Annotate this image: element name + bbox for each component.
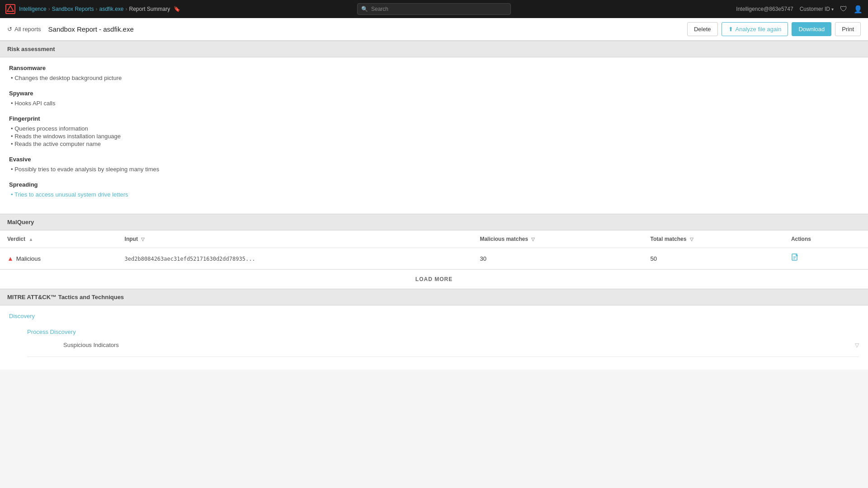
topbar-right: Intelligence@863e5747 Customer ID ▾ 🛡 👤 (736, 5, 863, 14)
col-verdict[interactable]: Verdict ▲ (0, 230, 118, 248)
risk-spyware: Spyware Hooks API calls (9, 90, 859, 107)
col-total-sort-icon: ▽ (690, 237, 693, 242)
mitre-process-discovery-link[interactable]: Process Discovery (27, 328, 76, 335)
risk-evasive-title: Evasive (9, 156, 859, 163)
risk-spreading: Spreading Tries to access unusual system… (9, 181, 859, 198)
logo-icon (5, 4, 15, 14)
col-malicious-matches-label: Malicious matches (480, 236, 528, 242)
col-verdict-label: Verdict (7, 236, 25, 242)
mitre-expand-icon[interactable]: ▽ (855, 342, 859, 348)
risk-assessment-header: Risk assessment (0, 41, 868, 57)
subheader-actions: Delete ⬆ Analyze file again Download Pri… (687, 22, 861, 36)
mitre-discovery: Discovery Process Discovery Suspicious I… (9, 313, 859, 357)
risk-ransomware-item-1: Changes the desktop background picture (11, 74, 859, 82)
malquery-header: MalQuery (0, 214, 868, 230)
risk-spreading-title: Spreading (9, 181, 859, 188)
col-input-label: Input (125, 236, 138, 242)
cell-verdict: ▲ Malicious (0, 248, 118, 269)
table-header-row: Verdict ▲ Input ▽ Malicious matches ▽ To… (0, 230, 868, 248)
breadcrumb-current: Report Summary (129, 6, 170, 12)
breadcrumb-sep-2: › (95, 6, 97, 12)
print-button[interactable]: Print (835, 22, 861, 36)
col-total-matches-label: Total matches (651, 236, 687, 242)
shield-icon[interactable]: 🛡 (840, 5, 847, 13)
customer-id-label: Customer ID (800, 6, 830, 12)
cell-malicious-matches: 30 (472, 248, 643, 269)
col-malicious-matches[interactable]: Malicious matches ▽ (472, 230, 643, 248)
hash-value: 3ed2b8084263aec31efd52171630d2dd78935... (125, 256, 255, 262)
upload-icon: ⬆ (728, 26, 733, 33)
cell-input: 3ed2b8084263aec31efd52171630d2dd78935... (118, 248, 473, 269)
breadcrumb: Intelligence › Sandbox Reports › asdfik.… (19, 6, 180, 12)
breadcrumb-file[interactable]: asdfik.exe (99, 6, 123, 12)
cell-total-matches: 50 (643, 248, 784, 269)
risk-fingerprint: Fingerprint Queries process information … (9, 115, 859, 148)
col-verdict-sort-icon: ▲ (28, 237, 33, 242)
risk-spyware-item-1: Hooks API calls (11, 99, 859, 107)
mitre-sub-item-process-discovery: Process Discovery Suspicious Indicators … (27, 324, 859, 357)
delete-button[interactable]: Delete (687, 22, 718, 36)
malquery-table: Verdict ▲ Input ▽ Malicious matches ▽ To… (0, 230, 868, 269)
subheader: ↺ All reports Sandbox Report - asdfik.ex… (0, 18, 868, 41)
risk-spreading-item-1: Tries to access unusual system drive let… (11, 191, 859, 198)
page-title: Sandbox Report - asdfik.exe (48, 25, 134, 33)
customer-id[interactable]: Customer ID ▾ (800, 6, 834, 12)
user-icon[interactable]: 👤 (854, 5, 863, 14)
mitre-suspicious-indicators-row: Suspicious Indicators ▽ (63, 338, 859, 352)
risk-ransomware: Ransomware Changes the desktop backgroun… (9, 65, 859, 82)
analyze-label: Analyze file again (736, 26, 782, 33)
breadcrumb-sandbox-reports[interactable]: Sandbox Reports (52, 6, 94, 12)
search-icon: 🔍 (361, 6, 368, 12)
risk-ransomware-title: Ransomware (9, 65, 859, 71)
back-arrow-icon: ↺ (7, 26, 12, 33)
mitre-discovery-link[interactable]: Discovery (9, 313, 35, 319)
malicious-badge: ▲ Malicious (7, 255, 110, 262)
download-button[interactable]: Download (792, 22, 831, 36)
mitre-suspicious-indicators-text: Suspicious Indicators (63, 342, 119, 348)
risk-evasive: Evasive Possibly tries to evade analysis… (9, 156, 859, 173)
risk-assessment-content: Ransomware Changes the desktop backgroun… (0, 57, 868, 214)
bookmark-icon[interactable]: 🔖 (174, 6, 180, 12)
risk-fingerprint-item-1: Queries process information (11, 125, 859, 132)
mitre-sub: Process Discovery Suspicious Indicators … (9, 324, 859, 357)
warning-triangle-icon: ▲ (7, 255, 14, 262)
topbar: Intelligence › Sandbox Reports › asdfik.… (0, 0, 868, 18)
mitre-content: Discovery Process Discovery Suspicious I… (0, 305, 868, 370)
breadcrumb-sep-1: › (48, 6, 50, 12)
malquery-table-container: Verdict ▲ Input ▽ Malicious matches ▽ To… (0, 230, 868, 289)
risk-spyware-title: Spyware (9, 90, 859, 97)
back-label: All reports (14, 26, 41, 33)
risk-fingerprint-item-2: Reads the windows installation language (11, 132, 859, 140)
col-input-sort-icon: ▽ (141, 237, 145, 242)
mitre-header: MITRE ATT&CK™ Tactics and Techniques (0, 289, 868, 305)
customer-id-chevron: ▾ (831, 7, 834, 12)
back-button[interactable]: ↺ All reports (7, 26, 41, 33)
search-input[interactable] (357, 3, 511, 15)
view-report-icon[interactable] (791, 255, 799, 263)
risk-fingerprint-title: Fingerprint (9, 115, 859, 122)
col-actions-label: Actions (791, 236, 811, 242)
table-row: ▲ Malicious 3ed2b8084263aec31efd52171630… (0, 248, 868, 269)
breadcrumb-sep-3: › (125, 6, 127, 12)
breadcrumb-intelligence[interactable]: Intelligence (19, 6, 47, 12)
cell-actions (784, 248, 868, 269)
logo (5, 4, 15, 14)
verdict-value: Malicious (16, 255, 41, 262)
search-bar: 🔍 (357, 3, 511, 15)
col-total-matches[interactable]: Total matches ▽ (643, 230, 784, 248)
col-actions: Actions (784, 230, 868, 248)
svg-marker-0 (7, 6, 14, 11)
analyze-button[interactable]: ⬆ Analyze file again (722, 22, 788, 36)
user-email: Intelligence@863e5747 (736, 6, 793, 12)
col-malicious-sort-icon: ▽ (531, 237, 535, 242)
load-more-button[interactable]: LOAD MORE (0, 269, 868, 289)
col-input[interactable]: Input ▽ (118, 230, 473, 248)
risk-fingerprint-item-3: Reads the active computer name (11, 140, 859, 148)
mitre-detail: Suspicious Indicators ▽ (27, 338, 859, 352)
risk-evasive-item-1: Possibly tries to evade analysis by slee… (11, 165, 859, 173)
